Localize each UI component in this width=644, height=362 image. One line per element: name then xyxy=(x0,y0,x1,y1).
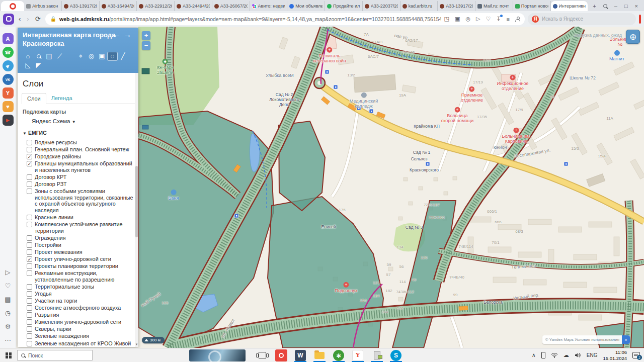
layer-checkbox[interactable]: ✓ xyxy=(27,154,32,159)
opera-sidebar-setup-button[interactable] xyxy=(3,14,14,25)
layer-row[interactable]: Генеральный план. Основной чертеж xyxy=(22,146,136,153)
layer-row[interactable]: Зеленые насаждения от КРОО Живой город xyxy=(22,340,136,347)
taskbar-explorer[interactable] xyxy=(310,348,329,362)
scroll-down-icon[interactable]: ▾ xyxy=(135,342,138,346)
notification-center-icon[interactable]: 2 xyxy=(632,352,640,358)
layer-row[interactable]: Рекламные конструкции, установленные по … xyxy=(22,270,136,283)
browser-tab[interactable]: kad.arbitr.ru xyxy=(400,1,438,11)
vk-icon[interactable]: VK xyxy=(3,74,14,85)
layer-row[interactable]: Зоны с особыми условиями использования т… xyxy=(22,188,136,213)
tab-layers[interactable]: Слои xyxy=(22,93,46,104)
layer-row[interactable]: Изменения улично-дорожной сети xyxy=(22,319,136,325)
browser-tab[interactable]: А33-16494/20 xyxy=(100,1,137,11)
target-icon[interactable]: ◎ xyxy=(86,52,97,61)
browser-tab[interactable]: А33-22037/20 xyxy=(363,1,400,11)
layer-row[interactable]: Проект межевания xyxy=(22,249,136,255)
layer-row[interactable]: Постройки xyxy=(22,242,136,248)
browser-tab[interactable]: Airbus закон xyxy=(24,1,62,11)
layer-checkbox[interactable] xyxy=(27,312,32,318)
panel-scrollbar[interactable]: ▾ xyxy=(135,73,138,347)
layer-row[interactable]: Состояние атмосферного воздуха xyxy=(22,305,136,311)
measure-icon[interactable]: ╱ xyxy=(118,52,128,61)
browser-tab[interactable]: Mail.ru: почт xyxy=(475,1,513,11)
taskbar-clock[interactable]: 11:06 15.01.2024 xyxy=(603,349,627,361)
browser-tab[interactable]: Мои объявле xyxy=(287,1,325,11)
layer-checkbox[interactable] xyxy=(27,284,32,290)
panel-back-arrow[interactable]: ← xyxy=(113,30,124,39)
tab-legend[interactable]: Легенда xyxy=(46,93,77,104)
attribution-text[interactable]: © Yandex Maps Условия использования xyxy=(545,337,619,342)
telegram-icon[interactable]: ▶ xyxy=(3,60,14,71)
layer-checkbox[interactable] xyxy=(27,333,32,339)
favorites-icon[interactable]: ♡ xyxy=(3,280,14,291)
minimize-button[interactable]: – xyxy=(614,3,617,9)
device-icon[interactable] xyxy=(541,352,545,358)
layer-row[interactable]: Договор РЗТ xyxy=(22,181,136,188)
zoom-out-button[interactable]: − xyxy=(142,41,150,50)
layer-checkbox[interactable] xyxy=(27,270,32,276)
scrollbar-thumb[interactable] xyxy=(135,166,138,237)
onedrive-cloud-icon[interactable]: ☁ xyxy=(564,352,569,358)
share-icon[interactable]: ◳ xyxy=(444,16,449,22)
badge-check-icon[interactable]: ◎ xyxy=(465,16,470,22)
back-button[interactable]: ‹ xyxy=(17,15,22,23)
news-widget-thumbnail[interactable] xyxy=(189,349,246,361)
task-view-button[interactable] xyxy=(253,348,272,362)
layer-checkbox[interactable] xyxy=(27,140,32,145)
basemap-select[interactable]: Яндекс Схема ▼ xyxy=(32,118,136,124)
home-icon[interactable]: ⌂ xyxy=(23,52,33,61)
tools-icon[interactable]: ⟋ xyxy=(54,52,65,61)
yandex-icon[interactable]: Y xyxy=(3,87,14,99)
download-icon[interactable]: ↧ xyxy=(496,16,501,22)
taskbar-skype[interactable]: S xyxy=(386,348,406,362)
browser-tab[interactable]: Продайте ил xyxy=(325,1,363,11)
wifi-icon[interactable] xyxy=(551,352,558,358)
layer-row[interactable]: Зеленые насаждения xyxy=(22,333,136,339)
layer-checkbox[interactable]: ✓ xyxy=(27,256,32,262)
cards-icon[interactable]: ▤ xyxy=(3,294,14,305)
layer-checkbox[interactable] xyxy=(27,291,32,297)
flow-icon[interactable]: ▷ xyxy=(476,16,480,22)
flag-icon[interactable]: ◤ xyxy=(33,61,44,70)
group-emgis-toggle[interactable]: ▼ЕМГИС xyxy=(23,130,136,136)
layer-checkbox[interactable] xyxy=(27,215,32,220)
map-canvas[interactable]: +Госпиталь ветеранов войн+Инфекционное о… xyxy=(16,27,644,348)
reload-button[interactable]: ⟳ xyxy=(34,15,42,23)
menu-icon[interactable]: ≡ xyxy=(507,16,510,22)
layer-checkbox[interactable] xyxy=(27,341,32,346)
layer-checkbox[interactable] xyxy=(27,298,32,304)
browser-tab[interactable]: Авито: недви xyxy=(250,1,288,11)
favorite-icon[interactable]: ♡ xyxy=(486,16,491,22)
browser-tab[interactable]: Портал новос xyxy=(513,1,551,11)
player-icon[interactable]: ▶ xyxy=(3,115,14,126)
lock-icon[interactable]: 🔒 xyxy=(50,16,56,22)
start-button[interactable] xyxy=(0,348,17,362)
speaker-icon[interactable] xyxy=(575,352,581,358)
layer-row[interactable]: Территориальные зоны xyxy=(22,284,136,290)
taskbar-opera[interactable] xyxy=(272,348,291,362)
layer-checkbox[interactable] xyxy=(27,305,32,311)
browser-tab[interactable]: А33-13917/20 xyxy=(62,1,100,11)
browser-tab[interactable]: А33-22912/20 xyxy=(137,1,175,11)
panel-forward-arrow[interactable]: → xyxy=(124,30,134,39)
opera-menu-button[interactable] xyxy=(1,1,24,11)
layer-row[interactable]: ✓Границы муниципальных образований и нас… xyxy=(22,160,136,173)
settings-icon[interactable]: ⚙ xyxy=(3,321,14,332)
profile-icon[interactable] xyxy=(515,17,520,21)
layers-icon[interactable]: ▤ xyxy=(44,52,54,61)
forward-button[interactable]: › xyxy=(25,15,30,23)
layer-row[interactable]: Комплексное устойчивое развитие территор… xyxy=(22,221,136,234)
layer-checkbox[interactable] xyxy=(27,249,32,255)
layer-row[interactable]: ✓Проект улично-дорожной сети xyxy=(22,256,136,262)
print-icon[interactable]: ▣ xyxy=(97,52,107,61)
layer-row[interactable]: Договор КРТ xyxy=(22,174,136,180)
layer-checkbox[interactable]: ✓ xyxy=(27,161,32,166)
snapshot-icon[interactable]: ▣ xyxy=(455,16,460,22)
tab-search-icon[interactable] xyxy=(603,4,607,8)
layer-checkbox[interactable] xyxy=(27,263,32,269)
layer-row[interactable]: Участки на торги xyxy=(22,298,136,304)
browser-tab[interactable]: Интерактивная карта г xyxy=(551,1,588,11)
layer-row[interactable]: Скверы, парки xyxy=(22,326,136,332)
layer-checkbox[interactable] xyxy=(27,222,32,227)
close-button[interactable]: × xyxy=(635,3,638,9)
